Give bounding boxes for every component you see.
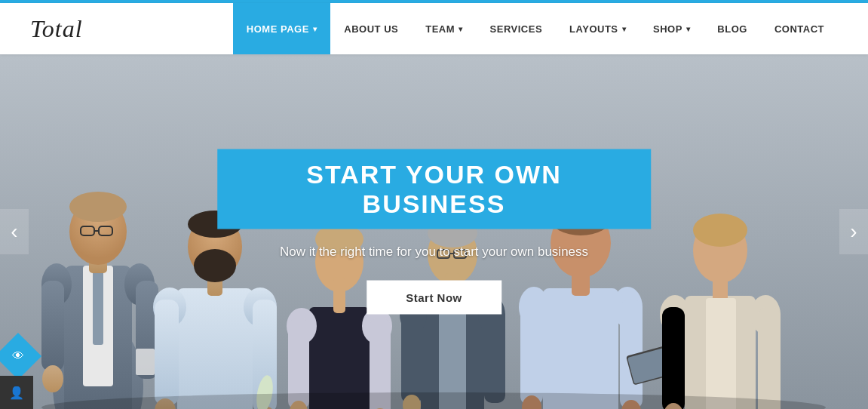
hero-subtext: Now it the right time for you to start y… (217, 244, 652, 260)
nav-item-blog[interactable]: BLOG (704, 3, 761, 54)
person-icon: 👤 (9, 386, 24, 400)
chevron-down-icon: ▾ (459, 25, 463, 33)
bottom-icon-group: 👁 👤 (0, 337, 35, 409)
hero-cta-button[interactable]: Start Now (367, 281, 501, 315)
chevron-down-icon: ▾ (622, 25, 627, 33)
svg-rect-68 (713, 268, 728, 303)
hero-prev-button[interactable]: ‹ (0, 209, 29, 254)
hero-headline: START YOUR OWN BUSINESS (217, 149, 652, 229)
nav-item-team[interactable]: TEAM ▾ (412, 3, 476, 54)
nav-item-layouts[interactable]: LAYOUTS ▾ (556, 3, 639, 54)
svg-point-66 (693, 214, 747, 247)
svg-rect-73 (758, 307, 781, 409)
hero-next-button[interactable]: › (839, 209, 868, 254)
chevron-down-icon: ▾ (686, 25, 691, 33)
svg-rect-14 (41, 281, 64, 371)
site-logo[interactable]: Total (30, 15, 83, 43)
nav-item-about[interactable]: ABOUT US (330, 3, 412, 54)
chevron-left-icon: ‹ (11, 220, 17, 244)
hero-content: START YOUR OWN BUSINESS Now it the right… (217, 149, 652, 315)
chevron-right-icon: › (850, 220, 857, 244)
chevron-down-icon: ▾ (313, 25, 317, 33)
svg-rect-51 (484, 309, 505, 403)
svg-rect-59 (520, 300, 543, 405)
hero-section: START YOUR OWN BUSINESS Now it the right… (0, 54, 868, 409)
svg-rect-72 (662, 307, 685, 409)
svg-rect-5 (93, 269, 103, 345)
nav-item-services[interactable]: SERVICES (477, 3, 557, 54)
svg-rect-50 (401, 309, 422, 403)
svg-rect-17 (136, 349, 155, 375)
nav-item-contact[interactable]: CONTACT (761, 3, 838, 54)
svg-point-16 (42, 365, 63, 392)
nav-item-shop[interactable]: SHOP ▾ (639, 3, 704, 54)
svg-rect-69 (706, 298, 736, 409)
eye-icon: 👁 (12, 349, 24, 363)
site-header: Total HOME PAGE ▾ABOUT USTEAM ▾SERVICESL… (0, 3, 868, 54)
main-nav: HOME PAGE ▾ABOUT USTEAM ▾SERVICESLAYOUTS… (233, 3, 838, 54)
person-icon-box[interactable]: 👤 (0, 376, 33, 409)
svg-rect-25 (155, 300, 179, 405)
svg-point-8 (69, 192, 127, 222)
nav-item-home[interactable]: HOME PAGE ▾ (233, 3, 331, 54)
